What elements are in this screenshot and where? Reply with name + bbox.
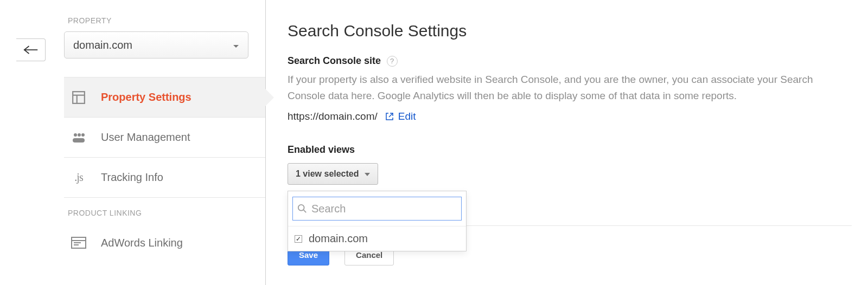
page-title: Search Console Settings: [288, 22, 852, 40]
view-select-label: 1 view selected: [296, 169, 359, 179]
nav-item-label: AdWords Linking: [101, 237, 183, 249]
svg-point-4: [74, 133, 77, 137]
property-select-value: domain.com: [73, 39, 132, 51]
search-input-wrap: [292, 197, 462, 221]
nav-item-property-settings[interactable]: Property Settings: [64, 77, 265, 118]
adwords-icon: [71, 235, 87, 251]
checkbox-checked-icon: ✓: [295, 235, 302, 243]
svg-point-6: [81, 133, 85, 137]
site-url: https://domain.com/: [288, 111, 378, 122]
property-nav: Property Settings User Management .js Tr…: [64, 77, 265, 198]
svg-rect-7: [73, 138, 85, 142]
svg-line-14: [304, 210, 307, 213]
caret-down-icon: [365, 169, 370, 179]
dropdown-option-label: domain.com: [309, 232, 368, 245]
view-select-dropdown: ✓ domain.com: [288, 191, 467, 251]
section-label-product-linking: PRODUCT LINKING: [68, 209, 265, 217]
nav-item-label: User Management: [101, 131, 190, 144]
svg-point-5: [78, 133, 81, 137]
enabled-views-label: Enabled views: [288, 144, 852, 156]
js-icon: .js: [71, 170, 87, 186]
site-field-description: If your property is also a verified webs…: [288, 72, 852, 105]
view-select-button[interactable]: 1 view selected: [288, 163, 378, 185]
nav-item-user-management[interactable]: User Management: [64, 118, 265, 158]
dropdown-option[interactable]: ✓ domain.com: [288, 226, 466, 251]
sidebar: PROPERTY domain.com Property Settings Us…: [0, 0, 266, 285]
edit-link[interactable]: Edit: [385, 111, 416, 122]
svg-rect-1: [73, 92, 85, 103]
nav-item-adwords-linking[interactable]: AdWords Linking: [64, 223, 265, 263]
svg-line-12: [389, 113, 393, 117]
main-content: Search Console Settings Search Console s…: [266, 0, 868, 285]
help-icon[interactable]: ?: [387, 56, 398, 67]
nav-item-tracking-info[interactable]: .js Tracking Info: [64, 158, 265, 198]
property-select[interactable]: domain.com: [64, 31, 248, 59]
search-icon: [297, 204, 307, 213]
external-link-icon: [385, 112, 394, 121]
site-field-label: Search Console site: [288, 55, 381, 67]
nav-item-label: Tracking Info: [101, 171, 163, 184]
svg-point-13: [298, 205, 304, 211]
caret-down-icon: [233, 39, 239, 51]
users-icon: [71, 129, 87, 146]
section-label-property: PROPERTY: [68, 16, 265, 25]
layout-icon: [71, 89, 87, 106]
edit-link-label: Edit: [398, 111, 416, 122]
nav-item-label: Property Settings: [101, 91, 192, 103]
search-input[interactable]: [310, 202, 457, 216]
